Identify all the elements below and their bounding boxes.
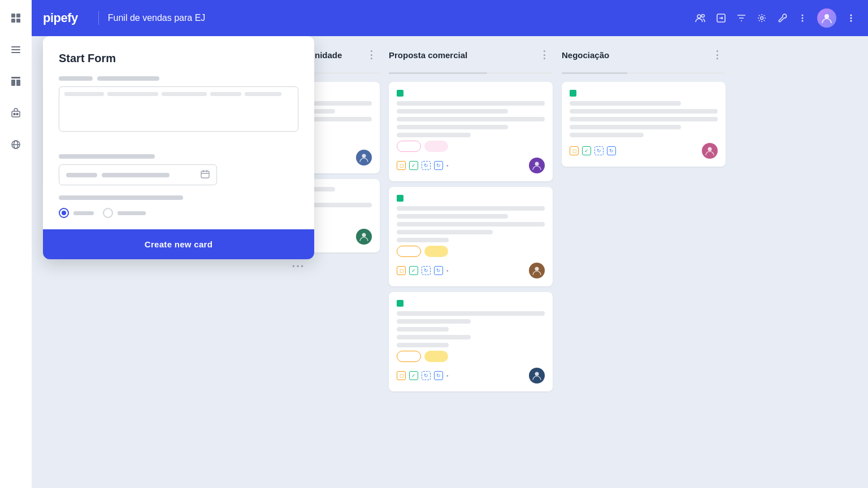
svg-point-32 (708, 147, 712, 151)
svg-point-20 (802, 18, 804, 19)
skeleton (397, 222, 545, 226)
header-kebab-icon[interactable] (845, 12, 857, 24)
radio-item-1[interactable] (59, 208, 94, 218)
card-icons: ◻ ✓ ↻ ↻ • (397, 161, 449, 170)
card-c7[interactable]: ◻ ✓ ↻ ↻ (562, 82, 726, 167)
svg-point-23 (850, 15, 852, 16)
card-tags (397, 195, 545, 202)
column-negociacao: Negociação ⋮ ◻ ✓ ↻ (562, 45, 726, 479)
svg-point-31 (535, 372, 539, 376)
card-footer: ◻ ✓ ↻ ↻ • (397, 263, 545, 278)
column-menu-negociacao[interactable]: ⋮ (710, 47, 726, 62)
column-menu-levantamento[interactable]: ⋮ (364, 47, 380, 62)
user-avatar[interactable] (817, 8, 836, 28)
form-body: Start Form (43, 36, 314, 229)
load-more[interactable]: • • • (216, 258, 380, 275)
card-avatar (529, 368, 545, 384)
card-c4[interactable]: ◻ ✓ ↻ ↻ • (389, 82, 553, 181)
badge-orange-filled (424, 246, 448, 257)
svg-rect-33 (201, 171, 209, 178)
column-header-proposta: Proposta comercial ⋮ (389, 45, 553, 67)
textarea-wrapper (59, 86, 298, 144)
svg-point-16 (702, 15, 705, 18)
svg-point-18 (761, 17, 763, 20)
card-avatar (529, 263, 545, 278)
skeleton (397, 319, 471, 324)
icon-orange: ◻ (570, 146, 579, 155)
avatar-img (356, 229, 372, 245)
icon-blue-dashed: ↻ (594, 146, 604, 155)
radio-unselected[interactable] (103, 208, 113, 218)
sidebar-item-globe[interactable] (7, 136, 25, 154)
logo: pipefy (43, 11, 78, 25)
column-progress-negociacao (562, 72, 726, 74)
radio-selected[interactable] (59, 208, 69, 218)
skeleton (397, 214, 508, 219)
skeleton (397, 101, 545, 106)
settings-icon[interactable] (756, 12, 767, 24)
header-actions (695, 8, 857, 28)
icon-green: ✓ (409, 161, 418, 170)
icon-blue-dashed: ↻ (422, 371, 431, 380)
sidebar-item-table[interactable] (7, 72, 25, 90)
svg-point-22 (824, 14, 829, 19)
icon-orange: ◻ (397, 161, 406, 170)
skeleton (570, 125, 681, 129)
badge-orange-outline (397, 351, 421, 362)
form-radios (59, 208, 298, 218)
form-title: Start Form (59, 52, 298, 65)
more-icon[interactable] (797, 12, 808, 24)
create-new-card-button[interactable]: Create new card (43, 229, 314, 259)
card-avatar (702, 143, 718, 159)
radio-item-2[interactable] (103, 208, 146, 218)
icon-green: ✓ (582, 146, 591, 155)
tag-green (570, 90, 576, 97)
calendar-icon (201, 169, 210, 180)
card-c5[interactable]: ◻ ✓ ↻ ↻ • (389, 187, 553, 286)
svg-point-24 (850, 18, 852, 19)
card-c6[interactable]: ◻ ✓ ↻ ↻ • (389, 292, 553, 391)
card-avatar (356, 150, 372, 165)
form-date-input[interactable] (59, 164, 217, 185)
icon-orange: ◻ (397, 266, 406, 275)
icon-green: ✓ (409, 371, 418, 380)
card-tags (570, 90, 718, 97)
dot: • (446, 163, 449, 169)
svg-rect-9 (16, 80, 20, 86)
date-skel-2 (102, 173, 170, 177)
card-footer: ◻ ✓ ↻ ↻ (570, 143, 718, 159)
column-menu-proposta[interactable]: ⋮ (537, 47, 553, 62)
skeleton (397, 327, 449, 332)
filter-icon[interactable] (736, 12, 747, 24)
svg-point-21 (802, 20, 804, 22)
label-skel-short (59, 76, 93, 81)
icon-blue: ↻ (434, 266, 443, 275)
members-icon[interactable] (695, 12, 706, 24)
svg-point-25 (850, 20, 852, 22)
board: Classificação + ⋮ (32, 36, 868, 488)
avatar-img (356, 150, 372, 165)
radio-label-skel (118, 211, 146, 215)
svg-rect-5 (11, 49, 20, 50)
sidebar-item-list[interactable] (7, 41, 25, 59)
skeleton (397, 311, 545, 316)
card-badges (397, 351, 545, 362)
skeleton (397, 133, 471, 137)
svg-point-19 (802, 15, 804, 16)
import-icon[interactable] (715, 12, 727, 24)
card-tags (397, 90, 545, 97)
column-proposta: Proposta comercial ⋮ (389, 45, 553, 479)
svg-point-28 (362, 233, 366, 237)
sidebar-item-bot[interactable] (7, 104, 25, 122)
badge-pink-outline (397, 141, 421, 152)
icon-orange: ◻ (397, 371, 406, 380)
svg-rect-4 (11, 46, 20, 47)
wrench-icon[interactable] (776, 12, 788, 24)
form-radio-label (59, 195, 183, 200)
form-textarea[interactable] (59, 86, 298, 132)
svg-rect-2 (11, 19, 15, 23)
svg-point-12 (16, 114, 18, 115)
card-avatar (529, 158, 545, 173)
sidebar-item-grid[interactable] (7, 9, 25, 27)
avatar-initials (817, 8, 836, 28)
